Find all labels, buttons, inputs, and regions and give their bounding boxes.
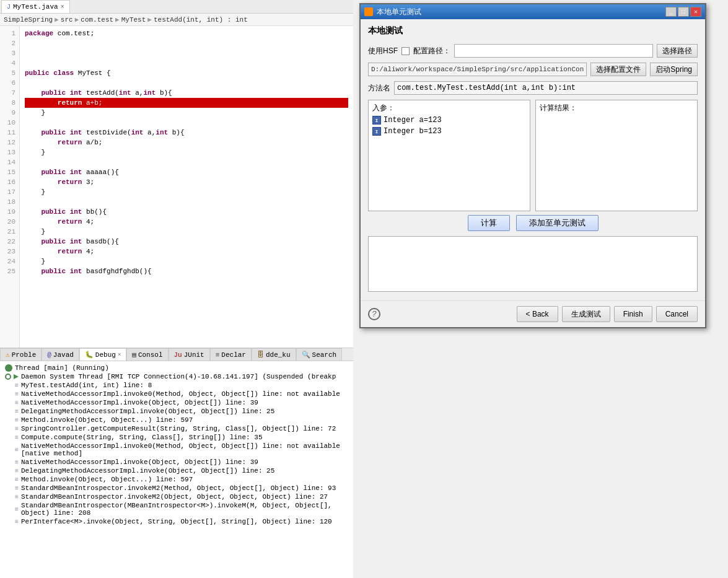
- tab-search[interactable]: 🔍 Search: [296, 348, 343, 361]
- hsf-checkbox[interactable]: [401, 47, 410, 55]
- junit-icon: Ju: [174, 351, 182, 359]
- code-line-8: return a+b;: [25, 98, 348, 108]
- finish-button[interactable]: Finish: [614, 306, 652, 322]
- code-line-6: [25, 78, 348, 88]
- select-config-button[interactable]: 选择配置文件: [590, 63, 646, 76]
- dialog-section-title: 本地测试: [368, 25, 698, 37]
- debug-panel: Thread [main] (Running)Daemon System Thr…: [0, 361, 353, 578]
- tab-close-icon[interactable]: ×: [61, 4, 64, 11]
- tab-problems[interactable]: ⚠ Proble: [0, 348, 42, 361]
- tab-junit[interactable]: Ju JUnit: [169, 348, 210, 361]
- debug-thread-item: ≡DelegatingMethodAccessorImpl.invoke(Obj…: [5, 407, 348, 416]
- dialog-body: 本地测试 使用HSF 配置路径： 选择路径 选择配置文件 启动Spring 方法…: [361, 19, 705, 298]
- console-icon: ▤: [132, 351, 136, 359]
- code-line-22: public int basdb(){: [25, 237, 348, 247]
- generate-test-button[interactable]: 生成测试: [562, 306, 610, 322]
- debug-thread-item: ≡Method.invoke(Object, Object...) line: …: [5, 416, 348, 424]
- debug-thread-item: ≡NativeMethodAccessorImpl.invoke0(Method…: [5, 442, 348, 458]
- app-context-path-input[interactable]: [368, 63, 587, 76]
- code-line-9: }: [25, 108, 348, 118]
- tab-label: Debug: [95, 351, 116, 359]
- cancel-button[interactable]: Cancel: [656, 306, 698, 322]
- code-line-24: }: [25, 256, 348, 266]
- dialog-titlebar: 本地单元测试 _ □ ✕: [361, 4, 705, 19]
- method-input[interactable]: [394, 81, 698, 95]
- output-area: [368, 236, 698, 292]
- result-panel: 计算结果：: [535, 100, 698, 211]
- debug-thread-item: ≡DelegatingMethodAccessorImpl.invoke(Obj…: [5, 466, 348, 475]
- code-line-23: return 4;: [25, 247, 348, 256]
- debug-thread-item: ≡Compute.compute(String, String, Class[]…: [5, 433, 348, 442]
- search-icon: 🔍: [302, 351, 310, 359]
- debug-thread-item: ≡Method.invoke(Object, Object...) line: …: [5, 475, 348, 484]
- tab-debug[interactable]: 🐛 Debug ×: [79, 348, 126, 361]
- tab-declaration[interactable]: ≡ Declar: [210, 348, 252, 361]
- warning-icon: ⚠: [6, 351, 10, 359]
- code-line-25: public int basdfghdfghdb(){: [25, 266, 348, 276]
- maximize-button[interactable]: □: [678, 7, 689, 17]
- config-path-input[interactable]: [454, 44, 653, 58]
- breadcrumb-item[interactable]: SimpleSpring: [4, 16, 53, 24]
- dialog-window-controls: _ □ ✕: [665, 7, 701, 17]
- breadcrumb: SimpleSpring ▶ src ▶ com.test ▶ MyTest ▶…: [0, 14, 353, 26]
- panel-buttons: 计算 添加至单元测试: [368, 215, 698, 231]
- calc-button[interactable]: 计算: [468, 215, 510, 231]
- code-line-3: [25, 48, 348, 58]
- dialog-overlay: 本地单元测试 _ □ ✕ 本地测试 使用HSF 配置路径： 选择路径 选择: [356, 0, 713, 434]
- select-path-button[interactable]: 选择路径: [657, 44, 698, 58]
- tab-label: JUnit: [184, 351, 204, 359]
- code-line-15: public int aaaaa(){: [25, 167, 348, 177]
- tab-console[interactable]: ▤ Consol: [126, 348, 168, 361]
- minimize-button[interactable]: _: [665, 7, 677, 17]
- breadcrumb-item[interactable]: MyTest: [121, 16, 146, 24]
- debug-thread-item: ≡PerInterface<M>.invoke(Object, String, …: [5, 517, 348, 526]
- database-icon: 🗄: [257, 351, 264, 359]
- debug-icon: 🐛: [85, 351, 94, 359]
- tab-close-icon[interactable]: ×: [118, 352, 121, 358]
- declaration-icon: ≡: [216, 351, 220, 359]
- breadcrumb-sep: ▶: [147, 15, 152, 24]
- param-text-b: Integer b=123: [384, 127, 442, 136]
- param-item-a[interactable]: I Integer a=123: [369, 115, 530, 126]
- breadcrumb-item[interactable]: src: [61, 16, 73, 24]
- result-label: 计算结果：: [536, 100, 697, 115]
- help-icon[interactable]: ?: [368, 308, 380, 320]
- code-line-5: public class MyTest {: [25, 68, 348, 78]
- code-line-10: [25, 118, 348, 128]
- dialog-window: 本地单元测试 _ □ ✕ 本地测试 使用HSF 配置路径： 选择路径 选择: [359, 3, 706, 328]
- dialog-footer: ? < Back 生成测试 Finish Cancel: [361, 300, 705, 327]
- tab-label: Proble: [12, 351, 37, 359]
- close-button[interactable]: ✕: [690, 7, 701, 17]
- params-panel: 入参： I Integer a=123 I Integer b=123: [368, 100, 530, 211]
- dialog-title: 本地单元测试: [377, 7, 421, 17]
- config-path-label: 配置路径：: [413, 46, 450, 56]
- param-item-b[interactable]: I Integer b=123: [369, 126, 530, 137]
- code-line-7: public int testAdd(int a,int b){: [25, 88, 348, 98]
- javadoc-icon: @: [47, 351, 51, 359]
- back-button[interactable]: < Back: [517, 306, 558, 322]
- tab-label: Javad: [53, 351, 74, 359]
- hsf-row: 使用HSF 配置路径： 选择路径: [368, 44, 698, 58]
- breadcrumb-item[interactable]: testAdd(int, int) : int: [154, 16, 248, 24]
- debug-thread-item: ≡StandardMBeanIntrospector.invokeM2(Obje…: [5, 493, 348, 501]
- breadcrumb-sep: ▶: [75, 15, 79, 24]
- debug-thread-item: ≡SpringController.getComputeResult(Strin…: [5, 424, 348, 433]
- bottom-tab-bar: ⚠ Proble @ Javad 🐛 Debug × ▤ Consol Ju J…: [0, 348, 353, 361]
- tab-label: Declar: [221, 351, 246, 359]
- debug-thread-item: ≡NativeMethodAccessorImpl.invoke(Object,…: [5, 458, 348, 466]
- tab-label: Consol: [138, 351, 163, 359]
- add-unit-test-button[interactable]: 添加至单元测试: [516, 215, 599, 231]
- tab-dde[interactable]: 🗄 dde_ku: [252, 348, 296, 361]
- start-spring-button[interactable]: 启动Spring: [650, 63, 698, 76]
- code-line-1: package com.test;: [25, 28, 348, 38]
- breadcrumb-item[interactable]: com.test: [81, 16, 113, 24]
- debug-thread-item: Daemon System Thread [RMI TCP Connection…: [5, 372, 348, 381]
- debug-thread-item: ≡NativeMethodAccessorImpl.invoke0(Method…: [5, 390, 348, 398]
- code-line-11: public int testDivide(int a,int b){: [25, 128, 348, 138]
- code-area: 1234567891011121314151617181920212223242…: [0, 26, 353, 348]
- code-line-13: }: [25, 147, 348, 157]
- code-line-16: return 3;: [25, 177, 348, 187]
- tab-javadoc[interactable]: @ Javad: [42, 348, 79, 361]
- editor-tab-mytestjava[interactable]: J MyTest.java ×: [1, 0, 70, 13]
- code-content[interactable]: package com.test; public class MyTest { …: [20, 26, 353, 348]
